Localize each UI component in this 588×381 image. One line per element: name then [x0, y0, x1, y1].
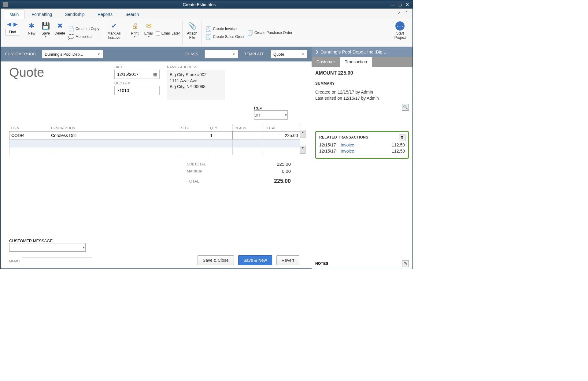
start-project-icon: ⋯ — [395, 21, 405, 31]
col-description[interactable]: DESCRIPTION — [49, 124, 179, 131]
save-new-button[interactable]: Save & New — [238, 255, 272, 265]
related-link[interactable]: Invoice — [341, 142, 392, 147]
save-close-button[interactable]: Save & Close — [198, 255, 234, 265]
subtotal-label: SUBTOTAL — [187, 162, 220, 166]
rep-label: REP — [254, 106, 262, 110]
tab-main[interactable]: Main — [4, 9, 24, 19]
create-sales-order-button[interactable]: 🧾 Create Sales Order — [204, 33, 246, 40]
col-total[interactable]: TOTAL — [263, 124, 300, 131]
template-select[interactable]: Quote ▼ — [271, 50, 307, 58]
ribbon-tabs: Main Formatting Send/Ship Reports Search… — [1, 9, 412, 19]
related-row: 12/15/17 Invoice 112.50 — [319, 142, 405, 147]
customer-job-select[interactable]: Dunning's Pool Dep... ▼ — [42, 50, 103, 58]
search-icon[interactable]: 🔍 — [402, 104, 409, 111]
sales-order-icon: 🧾 — [205, 34, 212, 40]
table-row[interactable]: CODR Cordless Drill 1 225.00 — [9, 131, 300, 139]
tab-reports[interactable]: Reports — [92, 9, 118, 19]
next-record-icon[interactable]: ▶ — [13, 21, 18, 27]
find-button[interactable]: Find — [6, 29, 19, 35]
date-label: DATE — [114, 65, 160, 69]
table-row[interactable] — [9, 147, 300, 155]
tab-send-ship[interactable]: Send/Ship — [59, 9, 91, 19]
new-button[interactable]: ✱ New — [24, 21, 39, 36]
class-select[interactable]: ▼ — [205, 50, 238, 58]
save-button[interactable]: 💾 Save ▼ — [39, 21, 53, 39]
rep-select[interactable]: DR ▼ — [254, 110, 288, 120]
total-label: TOTAL — [187, 179, 220, 183]
email-later-checkbox[interactable]: Email Later — [156, 31, 180, 35]
amount-display: AMOUNT 225.00 — [315, 70, 409, 76]
memo-input[interactable] — [22, 257, 92, 265]
totals-section: SUBTOTAL 225.00 MARKUP 0.00 TOTAL 225.00 — [9, 161, 291, 184]
print-button[interactable]: 🖨 Print ▼ — [128, 21, 142, 39]
date-input[interactable]: ▦ — [114, 70, 160, 79]
tab-customer[interactable]: Customer — [312, 57, 340, 67]
window-titlebar: Create Estimates — ◻ ✕ — [1, 1, 412, 9]
print-icon: 🖨 — [130, 21, 139, 31]
related-link[interactable]: Invoice — [341, 149, 392, 154]
window-title: Create Estimates — [10, 2, 388, 7]
attach-file-button[interactable]: 📎 Attach File — [185, 21, 199, 40]
calendar-icon[interactable]: ▦ — [153, 72, 157, 77]
scroll-up-icon[interactable]: ▲ — [300, 130, 305, 138]
markup-label: MARKUP — [187, 169, 220, 173]
table-scrollbar[interactable]: ▲ ▼ — [300, 123, 305, 155]
page-title: Quote — [9, 65, 107, 80]
ribbon-toolbar: ◀ ▶ Find ✱ New 💾 Save ▼ ✖ Delete — [1, 19, 412, 47]
related-heading: RELATED TRANSACTIONS — [319, 135, 405, 141]
related-row: 12/15/17 Invoice 112.50 — [319, 149, 405, 154]
copy-icon: 📄 — [68, 26, 74, 32]
create-po-button[interactable]: 🧾 Create Purchase Order — [246, 29, 294, 36]
collapse-ribbon-icon[interactable]: ⌃ — [403, 10, 409, 15]
table-row[interactable] — [9, 139, 300, 147]
close-button[interactable]: ✕ — [405, 2, 410, 7]
quote-no-label: QUOTE # — [114, 81, 160, 85]
chevron-down-icon: ▼ — [284, 113, 287, 117]
revert-button[interactable]: Revert — [276, 255, 299, 265]
chevron-down-icon: ▼ — [232, 53, 235, 56]
email-button[interactable]: ✉ Email ▼ — [142, 21, 156, 39]
summary-heading: SUMMARY — [315, 81, 409, 87]
dropdown-caret-icon: ▼ — [44, 35, 47, 38]
create-invoice-button[interactable]: 🧾 Create Invoice — [204, 25, 246, 32]
minimize-button[interactable]: — — [390, 2, 395, 7]
memorize-button[interactable]: 💭 Memorize — [67, 33, 100, 40]
app-icon — [3, 2, 8, 7]
invoice-icon: 🧾 — [205, 26, 212, 32]
mark-inactive-button[interactable]: ✔ Mark As Inactive — [105, 21, 122, 40]
chevron-down-icon: ▼ — [82, 246, 85, 249]
customer-message-select[interactable]: ▼ — [9, 243, 86, 252]
create-copy-button[interactable]: 📄 Create a Copy — [67, 25, 100, 32]
transaction-side-panel: ❯ Dunning's Pool Depot, Inc.:Big ... Cus… — [312, 47, 412, 269]
start-project-button[interactable]: ⋯ Start Project — [393, 21, 408, 40]
dropdown-caret-icon: ▼ — [148, 35, 150, 38]
name-address-box[interactable]: Big City Store #002 1111 Azar Ave Big Ci… — [167, 70, 225, 100]
attach-icon: 📎 — [187, 21, 197, 31]
notes-section: ✎ NOTES — [312, 258, 412, 269]
save-icon: 💾 — [41, 21, 50, 31]
total-value: 225.00 — [257, 178, 291, 184]
delete-button[interactable]: ✖ Delete — [53, 21, 67, 36]
new-icon: ✱ — [27, 21, 36, 31]
documents-icon[interactable]: 🗎 — [399, 135, 405, 141]
col-site[interactable]: SITE — [179, 124, 208, 131]
side-panel-header[interactable]: ❯ Dunning's Pool Depot, Inc.:Big ... — [312, 47, 412, 57]
quote-no-input[interactable] — [114, 86, 160, 95]
expand-icon[interactable]: ⤢ — [396, 10, 402, 15]
subtotal-value: 225.00 — [257, 161, 291, 167]
col-class[interactable]: CLASS — [233, 124, 263, 131]
tab-transaction[interactable]: Transaction — [340, 57, 372, 67]
col-item[interactable]: ITEM — [9, 124, 49, 131]
line-items-table: ITEM DESCRIPTION SITE QTY CLASS TOTAL CO… — [9, 124, 300, 155]
edit-notes-icon[interactable]: ✎ — [402, 260, 409, 267]
maximize-button[interactable]: ◻ — [397, 2, 403, 7]
col-qty[interactable]: QTY — [208, 124, 233, 131]
prev-record-icon[interactable]: ◀ — [6, 21, 12, 27]
customer-job-label: CUSTOMER:JOB — [5, 52, 36, 56]
scroll-down-icon[interactable]: ▼ — [300, 146, 305, 154]
delete-icon: ✖ — [55, 21, 65, 31]
tab-search[interactable]: Search — [120, 9, 145, 19]
memo-label: MEMO — [9, 259, 20, 263]
tab-formatting[interactable]: Formatting — [26, 9, 58, 19]
created-info: Created on 12/15/17 by Admin — [315, 90, 409, 94]
